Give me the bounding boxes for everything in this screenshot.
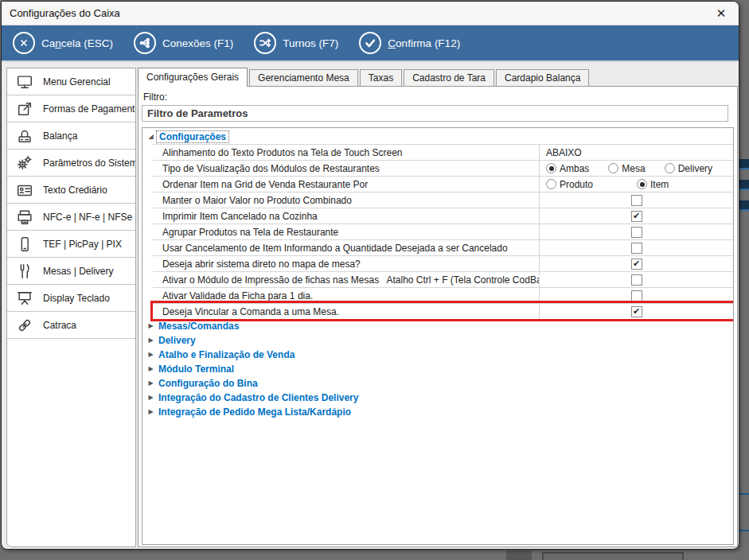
toolbar-button-cela-esc-[interactable]: Cancela (ESC)	[13, 32, 113, 54]
grid-category-row[interactable]: ▶Configuração do Bina	[142, 376, 733, 391]
grid-category-row[interactable]: ▶Integração de Pedido Mega Lista/Kardápi…	[142, 405, 733, 419]
toolbar-button-onfirma-f12-[interactable]: Confirma (F12)	[359, 32, 460, 54]
filter-label: Filtro:	[143, 91, 734, 103]
radio-option[interactable]: Mesa	[608, 163, 645, 174]
settings-dialog: Configurações do Caixa ✕ Cancela (ESC)Co…	[1, 1, 739, 550]
grid-row-label: Agrupar Produtos na Tela de Restaurante	[153, 224, 539, 239]
expand-closed-icon[interactable]: ▶	[146, 337, 156, 344]
radio-group: ProdutoItem	[540, 179, 669, 190]
tab-cardapio-balan-a[interactable]: Cardapio Balança	[496, 69, 589, 86]
expand-closed-icon[interactable]: ▶	[146, 352, 156, 358]
tab-page-configuracoes-gerais: Filtro: ◢ConfiguraçõesAlinhamento do Tex…	[138, 86, 738, 547]
grid-category-row[interactable]: ◢Configurações	[142, 130, 733, 144]
sidebar-item-menu-gerencial[interactable]: Menu Gerencial	[7, 68, 135, 95]
toolbar-button-label: Confirma (F12)	[388, 37, 460, 49]
grid-row[interactable]: Ordenar Item na Grid de Venda Restaurant…	[153, 176, 733, 192]
scale-icon	[14, 126, 35, 146]
radio-button[interactable]	[665, 163, 675, 173]
sidebar-item-catraca[interactable]: Catraca	[7, 312, 135, 339]
grid-row[interactable]: Alinhamento do Texto Produtos na Tela de…	[153, 144, 733, 160]
grid-row[interactable]: Tipo de Visualização dos Módulos de Rest…	[153, 160, 733, 176]
radio-option-label: Mesa	[622, 163, 645, 174]
expand-closed-icon[interactable]: ▶	[146, 366, 156, 372]
checkbox-checked[interactable]: ✔	[631, 306, 642, 317]
checkbox-unchecked[interactable]	[631, 227, 642, 238]
sidebar-item-display-teclado[interactable]: Display Teclado	[7, 285, 135, 312]
gears-icon	[14, 154, 35, 173]
sidebar-item-label: Menu Gerencial	[43, 76, 111, 88]
grid-row[interactable]: Manter o Maior Valor no Produto Combinad…	[153, 192, 733, 208]
grid-row[interactable]: Agrupar Produtos na Tela de Restaurante	[153, 224, 733, 239]
toolbar-button-conex-es-f1-[interactable]: Conexões (F1)	[134, 32, 233, 54]
tab-taxas[interactable]: Taxas	[360, 69, 402, 86]
grid-category-label: Integração de Pedido Mega Lista/Kardápio	[156, 406, 353, 418]
grid-category-row[interactable]: ▶Mesas/Comandas	[142, 319, 733, 333]
expand-closed-icon[interactable]: ▶	[146, 323, 156, 329]
grid-category-row[interactable]: ▶Módulo Terminal	[142, 362, 733, 376]
expand-closed-icon[interactable]: ▶	[146, 395, 156, 401]
grid-row[interactable]: Ativar o Módulo de Impressão de fichas n…	[153, 271, 733, 287]
checkbox-unchecked[interactable]	[631, 274, 642, 286]
radio-button[interactable]	[608, 163, 618, 173]
grid-row[interactable]: Usar Cancelamento de Item Informando a Q…	[153, 239, 733, 255]
window-title: Configurações do Caixa	[10, 7, 120, 19]
sidebar-item-formas-de-pagamento[interactable]: Formas de Pagamento	[7, 95, 135, 122]
expand-closed-icon[interactable]: ▶	[146, 409, 156, 415]
grid-row-value: ✔	[539, 208, 733, 224]
checkbox-checked[interactable]: ✔	[631, 211, 642, 222]
filter-input[interactable]	[142, 105, 728, 122]
background-app-fragment	[739, 530, 749, 531]
radio-option[interactable]: Delivery	[665, 163, 712, 174]
grid-row-label: Alinhamento do Texto Produtos na Tela de…	[153, 145, 539, 160]
close-icon[interactable]: ✕	[712, 4, 731, 23]
grid-row[interactable]: Ativar Validade da Ficha para 1 dia.	[153, 287, 733, 303]
radio-option[interactable]: Item	[637, 179, 669, 190]
grid-value-text[interactable]: ABAIXO	[540, 147, 582, 158]
radio-option[interactable]: Produto	[546, 179, 593, 190]
tab-gerenciamento-mesa[interactable]: Gerenciamento Mesa	[249, 69, 358, 86]
grid-row[interactable]: Imprimir Item Cancelado na Cozinha✔	[153, 208, 733, 224]
toolbar-button-turnos-f7-[interactable]: Turnos (F7)	[254, 32, 338, 54]
checkbox-unchecked[interactable]	[631, 195, 642, 206]
expand-open-icon[interactable]: ◢	[146, 134, 156, 140]
grid-category-row[interactable]: ▶Integração do Cadastro de Clientes Deli…	[142, 391, 733, 405]
radio-button[interactable]	[546, 179, 556, 189]
checkbox-unchecked[interactable]	[631, 290, 642, 301]
sidebar-item-texto-credi-rio[interactable]: Texto Crediário	[7, 177, 135, 204]
radio-option[interactable]: Ambas	[546, 163, 589, 174]
sidebar-item-tef-picpay-pix[interactable]: TEF | PicPay | PIX	[7, 231, 135, 258]
tab-configura-es-gerais[interactable]: Configurações Gerais	[138, 68, 248, 87]
sidebar-item-nfc-e-nf-e-nfse[interactable]: NFC-e | NF-e | NFSe	[7, 204, 135, 231]
connections-icon	[134, 32, 156, 54]
sidebar-item-mesas-delivery[interactable]: Mesas | Delivery	[7, 258, 135, 285]
grid-row-label: Deseja abrir sistema direto no mapa de m…	[153, 256, 539, 271]
sidebar-item-label: Mesas | Delivery	[43, 266, 113, 277]
title-bar[interactable]: Configurações do Caixa ✕	[2, 2, 739, 25]
grid-row-value: ✔	[539, 304, 733, 319]
sidebar-item-label: Parâmetros do Sistema	[43, 158, 136, 169]
radio-button-selected[interactable]	[637, 179, 647, 189]
grid-category-row[interactable]: ▶Delivery	[142, 333, 733, 348]
sidebar-item-label: NFC-e | NF-e | NFSe	[43, 212, 132, 223]
fiscal-printer-icon	[14, 208, 35, 227]
grid-row-value: AmbasMesaDelivery	[539, 161, 733, 176]
sidebar-item-label: Catraca	[43, 320, 76, 331]
grid-row-label: Manter o Maior Valor no Produto Combinad…	[153, 192, 539, 208]
radio-button-selected[interactable]	[546, 163, 556, 173]
grid-row[interactable]: Deseja abrir sistema direto no mapa de m…	[153, 255, 733, 271]
tab-cadastro-de-tara[interactable]: Cadastro de Tara	[404, 69, 494, 86]
grid-row-label: Deseja Vincular a Comanda a uma Mesa.	[153, 304, 539, 319]
sidebar-item-par-metros-do-sistema[interactable]: Parâmetros do Sistema	[7, 150, 135, 177]
checkbox-unchecked[interactable]	[631, 243, 642, 254]
grid-row[interactable]: Deseja Vincular a Comanda a uma Mesa.✔	[153, 303, 733, 319]
grid-category-row[interactable]: ▶Atalho e Finalização de Venda	[142, 348, 733, 362]
radio-option-label: Item	[650, 179, 669, 190]
sidebar-item-balan-a[interactable]: Balança	[7, 122, 135, 150]
checkbox-checked[interactable]: ✔	[631, 259, 642, 270]
toolbar-button-label: Conexões (F1)	[162, 37, 233, 49]
grid-row-value	[539, 288, 733, 303]
grid-row-value	[539, 192, 733, 208]
expand-closed-icon[interactable]: ▶	[146, 380, 156, 387]
grid-row-label: Tipo de Visualização dos Módulos de Rest…	[153, 161, 539, 176]
main-area: Configurações GeraisGerenciamento MesaTa…	[138, 68, 738, 547]
